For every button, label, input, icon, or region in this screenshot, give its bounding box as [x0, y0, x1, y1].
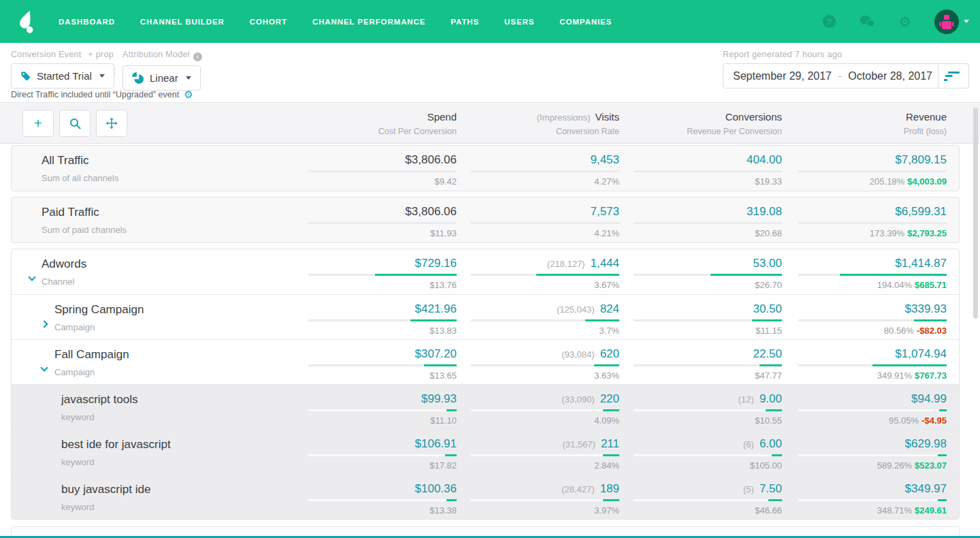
profit-value: $4,003.09	[907, 176, 947, 187]
table-row-adwords: AdwordsChannel $729.16$13.76 (218,127)1,…	[12, 249, 959, 294]
column-header-visits[interactable]: (Impressions)Visits Conversion Rate	[457, 103, 619, 143]
revenue-cell[interactable]: $349.97348.71%$249.61	[782, 475, 947, 519]
attribution-model-label: Attribution Modeli	[122, 50, 202, 61]
nav-item-paths[interactable]: PATHS	[451, 18, 479, 26]
spend-cell[interactable]: $729.16$13.76	[294, 249, 457, 294]
spend-cell[interactable]: $99.93$11.10	[294, 385, 457, 429]
search-icon	[69, 118, 81, 129]
nav-item-companies[interactable]: COMPANIES	[559, 18, 612, 26]
row-title[interactable]: Spring Campaign	[22, 295, 294, 317]
app-logo[interactable]	[14, 8, 41, 35]
avatar-robot-image	[939, 14, 954, 29]
pie-chart-icon	[132, 72, 144, 84]
row-type: keyword	[22, 457, 294, 467]
chevron-down-icon	[186, 76, 191, 80]
chevron-down-icon	[964, 20, 969, 23]
spend-cell[interactable]: $100.36$13.38	[294, 475, 457, 519]
row-title[interactable]: best ide for javascript	[22, 430, 294, 452]
row-title[interactable]: All Traffic	[22, 146, 294, 168]
move-button[interactable]	[96, 110, 127, 137]
row-type: Sum of paid channels	[22, 225, 294, 235]
report-generated-label: Report generated 7 hours ago	[723, 50, 969, 59]
visits-cell[interactable]: (125,043)8243.7%	[457, 295, 619, 339]
user-menu[interactable]	[934, 10, 969, 34]
conversion-event-dropdown[interactable]: Started Trial	[11, 63, 114, 89]
profit-value: -$82.03	[917, 326, 947, 336]
add-channel-button[interactable]: +	[22, 110, 54, 137]
spend-cell[interactable]: $307.20$13.65	[294, 340, 457, 384]
card-paid-traffic: Paid TrafficSum of paid channels $3,806.…	[11, 197, 960, 243]
visits-cell[interactable]: 7,5734.21%	[457, 197, 619, 242]
nav-item-dashboard[interactable]: DASHBOARD	[59, 18, 115, 26]
visits-cell[interactable]: (93,084)6203.63%	[457, 340, 619, 384]
conversions-cell[interactable]: 404.00$19.33	[619, 146, 782, 191]
date-range-picker[interactable]: September 29, 2017 - October 28, 2017	[723, 63, 969, 89]
table-row: Paid TrafficSum of paid channels $3,806.…	[12, 197, 959, 242]
help-icon[interactable]: ?	[823, 15, 836, 28]
row-type: keyword	[22, 412, 294, 422]
card-channels: AdwordsChannel $729.16$13.76 (218,127)1,…	[11, 249, 960, 520]
card-all-traffic: All TrafficSum of all channels $3,806.06…	[11, 145, 960, 191]
logo-icon	[14, 9, 40, 35]
row-type: Campaign	[22, 322, 294, 332]
top-nav: DASHBOARD CHANNEL BUILDER COHORT CHANNEL…	[0, 0, 980, 43]
search-button[interactable]	[59, 110, 91, 137]
profit-value: $523.07	[915, 460, 947, 471]
note-settings-gear-icon[interactable]: ⚙	[184, 89, 193, 99]
vertical-scrollbar[interactable]	[973, 108, 978, 319]
revenue-cell[interactable]: $629.98589.26%$523.07	[782, 430, 947, 474]
nav-item-channel-builder[interactable]: CHANNEL BUILDER	[140, 18, 225, 26]
chat-icon[interactable]	[859, 15, 876, 29]
column-header-conversions[interactable]: Conversions Revenue Per Conversion	[619, 103, 782, 143]
attribution-model-dropdown[interactable]: Linear	[122, 65, 201, 91]
filter-icon[interactable]	[938, 72, 968, 81]
conversions-cell[interactable]: 319.08$20.68	[619, 197, 782, 242]
visits-cell[interactable]: (33,090)2204.09%	[457, 385, 619, 429]
nav-item-cohort[interactable]: COHORT	[250, 18, 287, 26]
conversions-cell[interactable]: (12)9.00$10.55	[619, 385, 782, 429]
conversions-cell[interactable]: (5)7.50$46.66	[619, 475, 782, 519]
conversions-cell[interactable]: 30.50$11.15	[619, 295, 782, 339]
row-title[interactable]: javascript tools	[22, 385, 294, 407]
revenue-cell[interactable]: $94.9995.05%-$4.95	[782, 385, 947, 429]
nav-item-channel-performance[interactable]: CHANNEL PERFORMANCE	[312, 18, 425, 26]
visits-cell[interactable]: 9,4534.27%	[457, 146, 619, 191]
spend-cell[interactable]: $3,806.06$11.93	[294, 197, 457, 242]
attribution-model-value: Linear	[150, 72, 178, 84]
filter-separator: :	[113, 65, 116, 76]
table-row-spring-campaign: Spring CampaignCampaign $421.96$13.83 (1…	[12, 294, 959, 339]
filter-bar: Conversion Event+ prop Started Trial : A…	[0, 43, 980, 103]
spend-cell[interactable]: $3,806.06$9.42	[294, 146, 457, 191]
conversion-event-label: Conversion Event+ prop	[11, 50, 114, 59]
revenue-cell[interactable]: $339.9380.56%-$82.03	[782, 295, 947, 339]
conversions-cell[interactable]: 22.50$47.77	[619, 340, 782, 384]
impressions-label: (Impressions)	[537, 112, 591, 123]
visits-cell[interactable]: (31,567)2112.84%	[457, 430, 619, 474]
conversions-cell[interactable]: 53.00$26.70	[619, 249, 782, 294]
nav-item-users[interactable]: USERS	[504, 18, 534, 26]
conversions-cell[interactable]: (6)6.00$105.00	[619, 430, 782, 474]
spend-cell[interactable]: $421.96$13.83	[294, 295, 457, 339]
row-type: Channel	[22, 276, 294, 287]
revenue-cell[interactable]: $1,074.94349.91%$767.73	[782, 340, 947, 384]
row-title[interactable]: Fall Campaign	[22, 340, 294, 362]
revenue-cell[interactable]: $7,809.15205.18%$4,003.09	[782, 146, 947, 191]
visits-cell[interactable]: (218,127)1,4443.67%	[457, 249, 619, 294]
date-start: September 29, 2017	[733, 70, 832, 82]
nav-menu: DASHBOARD CHANNEL BUILDER COHORT CHANNEL…	[59, 18, 612, 26]
row-title[interactable]: Adwords	[22, 249, 294, 271]
chevron-down-icon	[99, 74, 105, 78]
column-header-revenue[interactable]: Revenue Profit (loss)	[782, 103, 947, 143]
row-title[interactable]: buy javascript ide	[22, 475, 294, 496]
add-prop-link[interactable]: + prop	[88, 50, 114, 59]
visits-cell[interactable]: (28,427)1893.97%	[457, 475, 619, 519]
profit-value: $2,793.25	[907, 228, 947, 238]
revenue-cell[interactable]: $1,414.87194.04%$685.71	[782, 249, 947, 294]
revenue-cell[interactable]: $6,599.31173.39%$2,793.25	[782, 197, 947, 242]
info-icon[interactable]: i	[193, 52, 202, 61]
spend-cell[interactable]: $106.91$17.82	[294, 430, 457, 474]
row-title[interactable]: Paid Traffic	[22, 197, 294, 219]
column-header-spend[interactable]: Spend Cost Per Conversion	[294, 103, 457, 143]
settings-gear-icon[interactable]: ⚙	[899, 15, 911, 29]
table-row-keyword: buy javascript idekeyword $100.36$13.38 …	[12, 474, 959, 519]
